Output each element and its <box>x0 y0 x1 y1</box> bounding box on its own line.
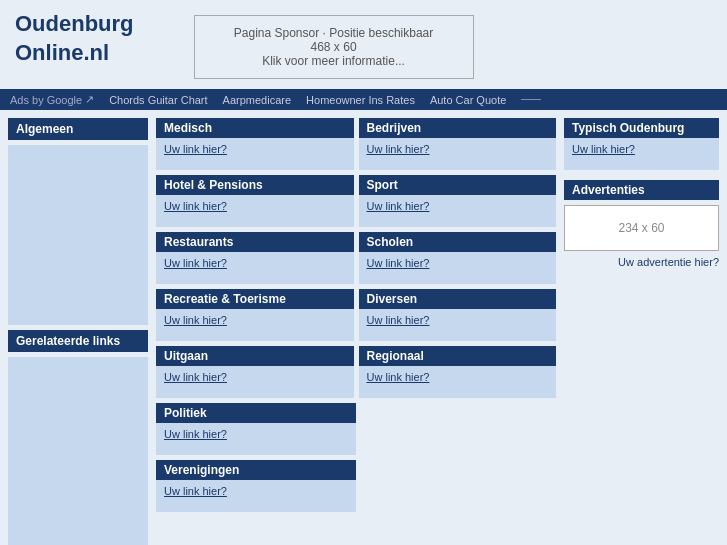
advertenties-block: Advertenties 234 x 60 Uw advertentie hie… <box>564 180 719 268</box>
ad-link-1[interactable]: Chords Guitar Chart <box>109 94 207 106</box>
typisch-link[interactable]: Uw link hier? <box>572 143 635 155</box>
typisch-block: Typisch Oudenburg Uw link hier? <box>564 118 719 170</box>
header: Oudenburg Online.nl Pagina Sponsor · Pos… <box>0 0 727 89</box>
bedrijven-body: Uw link hier? <box>359 138 557 170</box>
diversen-header: Diversen <box>359 289 557 309</box>
scholen-body: Uw link hier? <box>359 252 557 284</box>
verenigingen-link[interactable]: Uw link hier? <box>164 485 227 497</box>
hotel-body: Uw link hier? <box>156 195 354 227</box>
verenigingen-body: Uw link hier? <box>156 480 356 512</box>
recreatie-diversen-section: Recreatie & Toerisme Uw link hier? Diver… <box>156 289 556 341</box>
sport-body: Uw link hier? <box>359 195 557 227</box>
algemeen-header: Algemeen <box>8 118 148 140</box>
ad-bar: Ads by Google ↗ Chords Guitar Chart Aarp… <box>0 89 727 110</box>
ad-link-3[interactable]: Homeowner Ins Rates <box>306 94 415 106</box>
center-content: Medisch Uw link hier? Bedrijven Uw link … <box>148 118 564 545</box>
regionaal-block: Regionaal Uw link hier? <box>359 346 557 398</box>
sport-header: Sport <box>359 175 557 195</box>
hotel-link[interactable]: Uw link hier? <box>164 200 227 212</box>
sponsor-box[interactable]: Pagina Sponsor · Positie beschikbaar 468… <box>194 15 474 79</box>
uitgaan-body: Uw link hier? <box>156 366 354 398</box>
typisch-header: Typisch Oudenburg <box>564 118 719 138</box>
verenigingen-header: Verenigingen <box>156 460 356 480</box>
politiek-body: Uw link hier? <box>156 423 356 455</box>
main-content: Algemeen Gerelateerde links Menu Home Li… <box>0 110 727 545</box>
regionaal-body: Uw link hier? <box>359 366 557 398</box>
ads-by-google: Ads by Google ↗ <box>10 93 94 106</box>
diversen-link[interactable]: Uw link hier? <box>367 314 430 326</box>
hotel-header: Hotel & Pensions <box>156 175 354 195</box>
algemeen-content <box>8 145 148 325</box>
scholen-header: Scholen <box>359 232 557 252</box>
adv-link[interactable]: Uw advertentie hier? <box>564 256 719 268</box>
logo-line2: Online.nl <box>15 39 134 68</box>
logo: Oudenburg Online.nl <box>15 10 134 67</box>
medisch-block: Medisch Uw link hier? <box>156 118 354 170</box>
regionaal-link[interactable]: Uw link hier? <box>367 371 430 383</box>
medisch-link[interactable]: Uw link hier? <box>164 143 227 155</box>
scholen-block: Scholen Uw link hier? <box>359 232 557 284</box>
top-section: Medisch Uw link hier? Bedrijven Uw link … <box>156 118 556 170</box>
uitgaan-link[interactable]: Uw link hier? <box>164 371 227 383</box>
bedrijven-block: Bedrijven Uw link hier? <box>359 118 557 170</box>
ads-label: Ads by Google <box>10 94 82 106</box>
verenigingen-section: Verenigingen Uw link hier? <box>156 460 356 512</box>
medisch-header: Medisch <box>156 118 354 138</box>
scholen-link[interactable]: Uw link hier? <box>367 257 430 269</box>
bedrijven-link[interactable]: Uw link hier? <box>367 143 430 155</box>
diversen-body: Uw link hier? <box>359 309 557 341</box>
restaurants-scholen-section: Restaurants Uw link hier? Scholen Uw lin… <box>156 232 556 284</box>
restaurants-block: Restaurants Uw link hier? <box>156 232 354 284</box>
restaurants-link[interactable]: Uw link hier? <box>164 257 227 269</box>
sponsor-line3: Klik voor meer informatie... <box>225 54 443 68</box>
adv-size: 234 x 60 <box>618 221 664 235</box>
sponsor-line1: Pagina Sponsor · Positie beschikbaar <box>225 26 443 40</box>
politiek-link[interactable]: Uw link hier? <box>164 428 227 440</box>
ad-link-4[interactable]: Auto Car Quote <box>430 94 506 106</box>
left-sidebar: Algemeen Gerelateerde links Menu Home Li… <box>8 118 148 545</box>
right-sidebar: Typisch Oudenburg Uw link hier? Adverten… <box>564 118 719 545</box>
logo-line1: Oudenburg <box>15 10 134 39</box>
recreatie-body: Uw link hier? <box>156 309 354 341</box>
uitgaan-block: Uitgaan Uw link hier? <box>156 346 354 398</box>
sponsor-line2: 468 x 60 <box>225 40 443 54</box>
medisch-body: Uw link hier? <box>156 138 354 170</box>
uitgaan-regionaal-section: Uitgaan Uw link hier? Regionaal Uw link … <box>156 346 556 398</box>
recreatie-block: Recreatie & Toerisme Uw link hier? <box>156 289 354 341</box>
restaurants-header: Restaurants <box>156 232 354 252</box>
bedrijven-header: Bedrijven <box>359 118 557 138</box>
regionaal-header: Regionaal <box>359 346 557 366</box>
uitgaan-header: Uitgaan <box>156 346 354 366</box>
ad-link-2[interactable]: Aarpmedicare <box>223 94 291 106</box>
politiek-section: Politiek Uw link hier? <box>156 403 356 455</box>
politiek-header: Politiek <box>156 403 356 423</box>
sport-block: Sport Uw link hier? <box>359 175 557 227</box>
adv-box[interactable]: 234 x 60 <box>564 205 719 251</box>
gerelateerde-header: Gerelateerde links <box>8 330 148 352</box>
restaurants-body: Uw link hier? <box>156 252 354 284</box>
advertenties-header: Advertenties <box>564 180 719 200</box>
hotel-sport-section: Hotel & Pensions Uw link hier? Sport Uw … <box>156 175 556 227</box>
politiek-block: Politiek Uw link hier? <box>156 403 356 455</box>
verenigingen-block: Verenigingen Uw link hier? <box>156 460 356 512</box>
recreatie-link[interactable]: Uw link hier? <box>164 314 227 326</box>
separator <box>521 99 541 100</box>
hotel-block: Hotel & Pensions Uw link hier? <box>156 175 354 227</box>
sport-link[interactable]: Uw link hier? <box>367 200 430 212</box>
gerelateerde-content <box>8 357 148 545</box>
diversen-block: Diversen Uw link hier? <box>359 289 557 341</box>
recreatie-header: Recreatie & Toerisme <box>156 289 354 309</box>
typisch-body: Uw link hier? <box>564 138 719 170</box>
external-link-icon: ↗ <box>85 93 94 106</box>
